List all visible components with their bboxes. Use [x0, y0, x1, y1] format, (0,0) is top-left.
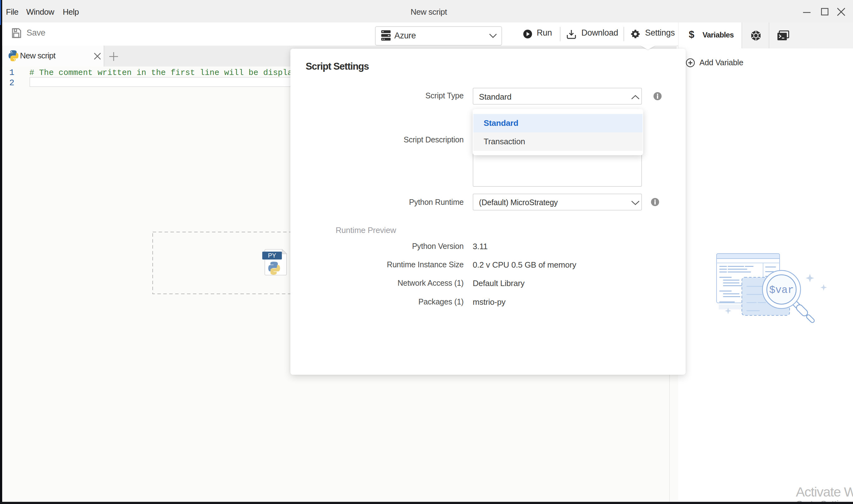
svg-text:PY: PY	[268, 252, 276, 259]
svg-text:$var: $var	[769, 285, 794, 296]
